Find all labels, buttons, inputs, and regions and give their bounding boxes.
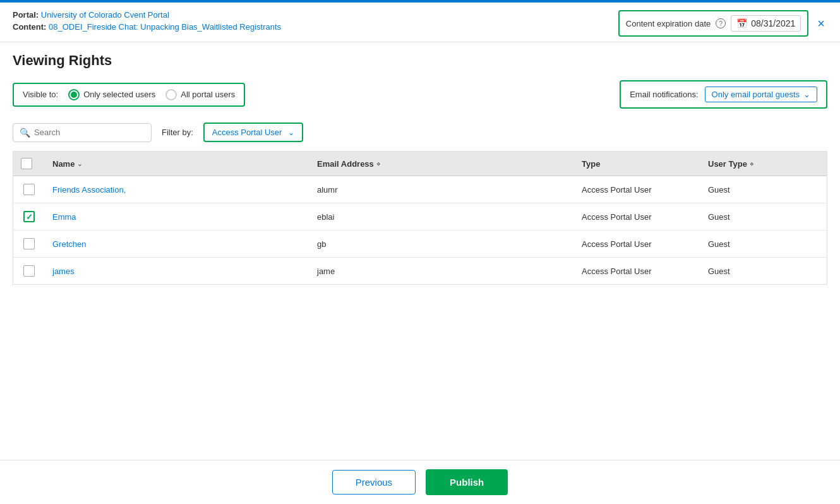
- radio-circle-all: [165, 89, 177, 100]
- th-checkbox: [13, 158, 45, 169]
- row2-user-type: Guest: [700, 212, 827, 222]
- row4-name-link[interactable]: james: [52, 267, 75, 276]
- filter-by-label: Filter by:: [162, 128, 193, 137]
- previous-button[interactable]: Previous: [332, 470, 416, 495]
- visible-to-label: Visible to:: [23, 90, 58, 99]
- row2-name: Emma: [45, 212, 309, 222]
- content-name: 08_ODEI_Fireside Chat: Unpacking Bias_Wa…: [49, 22, 281, 32]
- row3-user-type: Guest: [700, 239, 827, 249]
- publish-button[interactable]: Publish: [426, 469, 508, 495]
- footer: Previous Publish: [0, 460, 840, 504]
- close-button[interactable]: ×: [815, 14, 827, 33]
- filter-dropdown-value: Access Portal User: [212, 128, 282, 137]
- row2-name-link[interactable]: Emma: [52, 212, 76, 222]
- search-icon: 🔍: [20, 128, 30, 138]
- th-user-type: User Type ⋄: [700, 158, 827, 169]
- visible-to-box: Visible to: Only selected users All port…: [13, 83, 245, 107]
- portal-label: Portal:: [13, 10, 39, 20]
- content-label: Content:: [13, 22, 46, 32]
- header-right: Content expiration date ? 📅 08/31/2021 ×: [618, 10, 827, 37]
- email-notif-box: Email notifications: Only email portal g…: [620, 80, 827, 109]
- table-header: Name ⌄ Email Address ⋄ Type User Type ⋄: [13, 152, 827, 176]
- portal-name: University of Colorado Cvent Portal: [41, 10, 169, 20]
- radio-circle-selected: [68, 89, 80, 100]
- table-row: Friends Association, alumr Access Portal…: [13, 176, 827, 203]
- search-box[interactable]: 🔍: [13, 123, 152, 142]
- row4-checkbox[interactable]: [23, 265, 35, 277]
- expiration-box: Content expiration date ? 📅 08/31/2021: [618, 10, 809, 37]
- email-notif-value: Only email portal guests: [712, 90, 800, 99]
- row1-type: Access Portal User: [574, 185, 700, 195]
- radio-only-selected[interactable]: Only selected users: [68, 89, 155, 100]
- search-input[interactable]: [34, 128, 145, 137]
- header: Portal: University of Colorado Cvent Por…: [0, 3, 840, 42]
- th-user-type-sort-icon: ⋄: [750, 160, 753, 167]
- header-left: Portal: University of Colorado Cvent Por…: [13, 10, 281, 32]
- row2-checkbox-cell: ✓: [13, 211, 45, 222]
- info-icon[interactable]: ?: [716, 18, 726, 28]
- row3-name: Gretchen: [45, 239, 309, 249]
- th-user-type-label: User Type: [708, 159, 747, 169]
- content-line: Content: 08_ODEI_Fireside Chat: Unpackin…: [13, 22, 281, 32]
- row2-checkbox[interactable]: ✓: [23, 211, 35, 222]
- email-notif-chevron: ⌄: [803, 90, 810, 99]
- email-notif-label: Email notifications:: [630, 90, 698, 99]
- filter-chevron-icon: ⌄: [288, 128, 294, 137]
- th-name-label: Name: [52, 159, 75, 169]
- header-checkbox[interactable]: [21, 158, 32, 169]
- row4-user-type: Guest: [700, 267, 827, 276]
- th-name-sort-icon: ⌄: [77, 160, 82, 167]
- row3-email: gb: [309, 239, 574, 249]
- th-email: Email Address ⋄: [309, 158, 574, 169]
- row1-name: Friends Association,: [45, 185, 309, 195]
- row4-checkbox-cell: [13, 265, 45, 277]
- th-type-label: Type: [582, 159, 600, 169]
- table-row: ✓ Emma eblai Access Portal User Guest: [13, 203, 827, 231]
- th-type: Type: [574, 158, 700, 169]
- radio-label-all: All portal users: [181, 90, 235, 99]
- th-name: Name ⌄: [45, 158, 309, 169]
- th-email-label: Email Address: [317, 159, 374, 169]
- page-title: Viewing Rights: [0, 42, 840, 75]
- row3-checkbox[interactable]: [23, 238, 35, 249]
- row4-name: james: [45, 267, 309, 276]
- row4-email: jame: [309, 267, 574, 276]
- expiration-label: Content expiration date: [626, 19, 711, 28]
- viewing-rights-controls: Visible to: Only selected users All port…: [0, 75, 840, 117]
- email-notif-dropdown[interactable]: Only email portal guests ⌄: [705, 87, 817, 102]
- table-container: Name ⌄ Email Address ⋄ Type User Type ⋄ …: [13, 151, 827, 285]
- row1-checkbox[interactable]: [23, 184, 35, 195]
- row2-type: Access Portal User: [574, 212, 700, 222]
- row1-name-link[interactable]: Friends Association,: [52, 185, 126, 195]
- filter-dropdown-box[interactable]: Access Portal User ⌄: [203, 123, 304, 142]
- filter-row: 🔍 Filter by: Access Portal User ⌄: [0, 117, 840, 151]
- row1-checkbox-cell: [13, 184, 45, 195]
- radio-label-selected: Only selected users: [83, 90, 155, 99]
- date-input-wrap[interactable]: 📅 08/31/2021: [731, 15, 801, 32]
- radio-all-users[interactable]: All portal users: [165, 89, 235, 100]
- table-row: Gretchen gb Access Portal User Guest: [13, 231, 827, 258]
- portal-line: Portal: University of Colorado Cvent Por…: [13, 10, 281, 20]
- row3-name-link[interactable]: Gretchen: [52, 239, 86, 249]
- calendar-icon: 📅: [736, 18, 747, 28]
- row3-checkbox-cell: [13, 238, 45, 249]
- row1-user-type: Guest: [700, 185, 827, 195]
- table-row: james jame Access Portal User Guest: [13, 258, 827, 284]
- row2-email: eblai: [309, 212, 574, 222]
- row3-type: Access Portal User: [574, 239, 700, 249]
- row4-type: Access Portal User: [574, 267, 700, 276]
- row1-email: alumr: [309, 185, 574, 195]
- expiration-date-value: 08/31/2021: [751, 18, 795, 28]
- th-email-sort-icon: ⋄: [376, 160, 380, 167]
